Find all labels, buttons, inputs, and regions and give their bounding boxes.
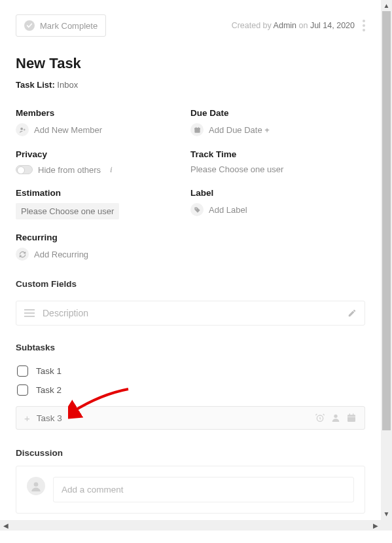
svg-rect-8 (347, 415, 355, 422)
svg-point-12 (34, 482, 39, 487)
subtask-row[interactable]: Task 1 (16, 362, 365, 381)
add-recurring-label: Add Recurring (34, 250, 88, 259)
estimation-field: Estimation Please Choose one user (16, 188, 190, 219)
label-field: Label Add Label (190, 188, 365, 219)
privacy-toggle-row: Hide from others i (16, 164, 190, 175)
track-time-label: Track Time (190, 149, 365, 159)
members-label: Members (16, 108, 190, 118)
scroll-right-icon[interactable]: ▶ (370, 520, 381, 531)
subtasks-heading: Subtasks (16, 343, 365, 352)
add-member-label: Add New Member (34, 125, 102, 135)
add-member-button[interactable]: Add New Member (16, 123, 190, 136)
info-icon[interactable]: i (110, 164, 113, 175)
track-time-select[interactable]: Please Choose one user (190, 164, 365, 174)
vertical-scrollbar[interactable]: ▲ ▼ (381, 0, 392, 519)
track-time-placeholder: Please Choose one user (190, 164, 283, 174)
scroll-down-icon[interactable]: ▼ (381, 508, 392, 519)
svg-point-7 (334, 415, 337, 418)
subtask-label: Task 1 (36, 366, 62, 376)
calendar-icon (190, 123, 204, 136)
add-due-date-label: Add Due Date + (209, 125, 270, 135)
edit-icon[interactable] (347, 309, 357, 318)
svg-point-0 (20, 127, 23, 130)
plus-icon: + (24, 413, 30, 423)
subtask-label: Task 2 (36, 385, 62, 395)
privacy-option-label: Hide from others (38, 165, 101, 175)
add-subtask-input[interactable]: + Task 3 (16, 406, 365, 430)
add-subtask-value: Task 3 (37, 413, 308, 423)
comment-placeholder: Add a comment (62, 485, 124, 495)
svg-rect-11 (347, 417, 355, 417)
privacy-label: Privacy (16, 149, 190, 159)
mark-complete-label: Mark Complete (40, 21, 98, 31)
user-icon[interactable] (330, 413, 341, 423)
description-placeholder: Description (43, 308, 340, 318)
scroll-up-icon[interactable]: ▲ (381, 0, 392, 11)
discussion-box: Add a comment (16, 466, 365, 514)
scroll-left-icon[interactable]: ◀ (0, 520, 11, 531)
members-field: Members Add New Member (16, 108, 190, 136)
check-circle-icon (24, 20, 35, 31)
estimation-label: Estimation (16, 188, 190, 198)
svg-rect-3 (196, 126, 196, 128)
avatar (27, 477, 45, 495)
svg-rect-10 (353, 413, 353, 415)
paragraph-icon (24, 309, 35, 317)
subtask-quick-icons (315, 413, 357, 423)
horizontal-scrollbar[interactable]: ◀ ▶ (0, 519, 381, 531)
svg-rect-2 (194, 128, 200, 129)
created-meta: Created by Admin on Jul 14, 2020 (232, 20, 365, 31)
subtask-checkbox[interactable] (17, 384, 28, 396)
estimation-placeholder: Please Choose one user (16, 203, 119, 219)
due-date-label: Due Date (190, 108, 365, 118)
more-menu-icon[interactable] (363, 20, 365, 31)
created-by-text: Created by Admin on Jul 14, 2020 (232, 21, 355, 30)
alarm-icon[interactable] (315, 413, 325, 423)
subtask-checkbox[interactable] (17, 365, 28, 377)
due-date-field: Due Date Add Due Date + (190, 108, 365, 136)
scrollbar-corner (381, 519, 392, 531)
tag-icon (190, 203, 204, 216)
task-list-line: Task List: Inbox (16, 80, 365, 90)
discussion-heading: Discussion (16, 448, 365, 458)
refresh-icon (16, 248, 29, 261)
track-time-field: Track Time Please Choose one user (190, 149, 365, 175)
task-title[interactable]: New Task (16, 55, 365, 72)
privacy-field: Privacy Hide from others i (16, 149, 190, 175)
vertical-scroll-thumb[interactable] (382, 11, 391, 430)
estimation-select[interactable]: Please Choose one user (16, 203, 190, 219)
privacy-toggle[interactable] (16, 165, 33, 174)
comment-input[interactable]: Add a comment (53, 477, 354, 502)
description-field[interactable]: Description (16, 301, 365, 326)
svg-rect-4 (198, 126, 198, 128)
top-row: Mark Complete Created by Admin on Jul 14… (16, 14, 365, 37)
recurring-field: Recurring Add Recurring (16, 233, 365, 261)
svg-point-5 (195, 208, 196, 209)
recurring-label: Recurring (16, 233, 365, 242)
user-plus-icon (16, 123, 29, 136)
subtask-row[interactable]: Task 2 (16, 381, 365, 400)
task-detail-panel: Mark Complete Created by Admin on Jul 14… (0, 0, 381, 519)
add-recurring-button[interactable]: Add Recurring (16, 248, 365, 261)
label-label: Label (190, 188, 365, 198)
custom-fields-heading: Custom Fields (16, 279, 365, 289)
calendar-icon[interactable] (346, 413, 357, 423)
mark-complete-button[interactable]: Mark Complete (16, 14, 106, 37)
add-label-button[interactable]: Add Label (190, 203, 365, 216)
fields-grid: Members Add New Member Due Date Add Due … (16, 108, 365, 274)
svg-rect-9 (349, 413, 350, 415)
add-label-text: Add Label (209, 205, 247, 215)
add-due-date-button[interactable]: Add Due Date + (190, 123, 365, 136)
